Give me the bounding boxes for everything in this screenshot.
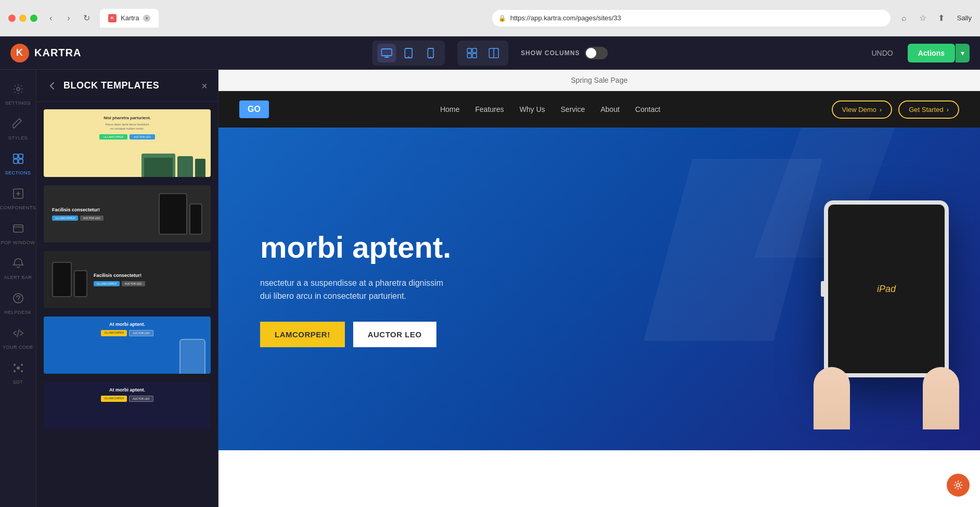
show-columns-toggle[interactable] — [585, 47, 608, 59]
sidebar-label-alert-bar: ALERT BAR — [4, 275, 32, 280]
page-nav-links: Home Features Why Us Service About Conta… — [290, 105, 811, 113]
svg-rect-13 — [14, 159, 18, 163]
svg-rect-8 — [472, 54, 476, 58]
sidebar-label-settings: SETTINGS — [5, 100, 31, 106]
template-2-text: Facilisis consectetur! ULLAMCORPER AUCTO… — [52, 207, 152, 221]
browser-share-button[interactable]: ⬆ — [934, 11, 949, 26]
svg-rect-14 — [19, 159, 23, 163]
get-started-button[interactable]: Get Started › — [898, 100, 959, 119]
mobile-view-button[interactable] — [421, 44, 440, 62]
tablet-view-button[interactable] — [399, 44, 418, 62]
svg-point-21 — [21, 364, 23, 366]
ipad-hands — [814, 367, 959, 429]
nav-link-why-us[interactable]: Why Us — [520, 105, 545, 113]
svg-rect-11 — [14, 154, 18, 158]
template-2-btn1: ULLAMCORPER — [52, 216, 78, 221]
panel-title-row: BLOCK TEMPLATES — [47, 80, 159, 91]
sidebar-item-sdt[interactable]: SDT — [0, 357, 36, 390]
icon-sidebar: SETTINGS STYLES SECTIONS COMPONENTS POP … — [0, 70, 36, 507]
template-card-2[interactable]: Facilisis consectetur! ULLAMCORPER AUCTO… — [43, 184, 212, 244]
template-4-btn1: ULLAMCORPER — [101, 330, 127, 336]
hero-btn-secondary[interactable]: AUCTOR LEO — [353, 322, 436, 347]
template-card-1[interactable]: Nisl pharetra parturient. Risus diam tac… — [43, 108, 212, 178]
template-4-buttons: ULLAMCORPER AUCTOR LEO — [52, 330, 202, 336]
svg-rect-16 — [14, 225, 23, 232]
template-1-buttons: ULLAMCORPER AUCTOR LEO — [52, 134, 202, 140]
panel-back-button[interactable] — [47, 81, 57, 91]
svg-point-22 — [14, 370, 16, 372]
sidebar-item-your-code[interactable]: YOUR CODE — [0, 322, 36, 355]
actions-button[interactable]: Actions — [908, 44, 955, 62]
sidebar-item-components[interactable]: COMPONENTS — [0, 183, 36, 216]
app-header: K KARTRA SHOW COLUMNS — [0, 36, 980, 70]
template-card-4[interactable]: At morbi aptent. ULLAMCORPER AUCTOR LEO — [43, 315, 212, 375]
sdt-icon — [12, 362, 24, 376]
nav-link-home[interactable]: Home — [440, 105, 459, 113]
browser-bookmark-button[interactable]: ☆ — [915, 11, 930, 26]
grid-view-button[interactable] — [462, 44, 481, 62]
sidebar-item-sections[interactable]: SECTIONS — [0, 148, 36, 181]
hero-content: morbi aptent. nsectetur a a suspendisse … — [260, 231, 572, 347]
template-2-buttons: ULLAMCORPER AUCTOR LEO — [52, 216, 152, 221]
ipad-side-btn — [821, 281, 824, 297]
browser-tab[interactable]: K Kartra × — [100, 9, 159, 28]
back-button[interactable]: ‹ — [44, 11, 58, 26]
floating-gear-button[interactable] — [947, 474, 970, 497]
sidebar-item-alert-bar[interactable]: ALERT BAR — [0, 252, 36, 285]
page-label: Spring Sale Page — [218, 70, 980, 91]
forward-button[interactable]: › — [61, 11, 76, 26]
svg-rect-7 — [467, 54, 471, 58]
template-1-btn2: AUCTOR LEO — [130, 134, 154, 140]
kartra-logo-icon: K — [10, 44, 29, 62]
maximize-traffic-light[interactable] — [30, 15, 37, 22]
sidebar-item-settings[interactable]: SETTINGS — [0, 78, 36, 111]
desktop-view-button[interactable] — [377, 44, 396, 62]
show-columns-label: SHOW COLUMNS — [521, 49, 579, 57]
template-1-devices — [141, 154, 205, 177]
columns-view-button[interactable] — [484, 44, 503, 62]
template-1-text: Risus diam taciti lacus tinciduntmi volu… — [52, 122, 202, 131]
sections-icon — [12, 153, 24, 167]
actions-dropdown-button[interactable]: ▾ — [956, 44, 970, 62]
template-3-btn2: AUCTOR LEO — [122, 281, 145, 286]
svg-point-23 — [21, 370, 23, 372]
alert-bar-icon — [12, 258, 24, 272]
undo-button[interactable]: UNDO — [863, 45, 901, 61]
browser-search-button[interactable]: ⌕ — [897, 11, 911, 26]
svg-rect-5 — [467, 48, 471, 53]
view-demo-button[interactable]: View Demo › — [832, 100, 893, 119]
view-toggle — [372, 41, 445, 66]
close-traffic-light[interactable] — [8, 15, 16, 22]
minimize-traffic-light[interactable] — [19, 15, 27, 22]
template-5-buttons: ULLAMCORPER AUCTOR LEO — [52, 396, 202, 402]
sidebar-item-helpdesk[interactable]: HELPDESK — [0, 287, 36, 320]
address-bar[interactable]: 🔒 https://app.kartra.com/pages/sites/33 — [492, 10, 891, 27]
svg-point-10 — [17, 87, 20, 91]
helpdesk-icon — [12, 293, 24, 307]
hero-device: iPad — [824, 200, 949, 377]
page-nav: GO Home Features Why Us Service About Co… — [218, 91, 980, 128]
refresh-button[interactable]: ↻ — [79, 11, 94, 26]
main-layout: SETTINGS STYLES SECTIONS COMPONENTS POP … — [0, 70, 980, 507]
svg-point-20 — [14, 364, 16, 366]
sidebar-item-pop-window[interactable]: POP WINDOW — [0, 218, 36, 250]
panel-close-button[interactable]: × — [201, 81, 208, 91]
nav-link-features[interactable]: Features — [475, 105, 504, 113]
template-card-3[interactable]: Facilisis consectetur! ULLAMCORPER AUCTO… — [43, 250, 212, 309]
sidebar-label-components: COMPONENTS — [0, 205, 36, 210]
template-2-title: Facilisis consectetur! — [52, 207, 152, 212]
template-3-devices — [52, 262, 87, 297]
tab-close-button[interactable]: × — [143, 15, 150, 22]
nav-link-about[interactable]: About — [600, 105, 620, 113]
nav-link-contact[interactable]: Contact — [635, 105, 660, 113]
hero-btn-primary[interactable]: LAMCORPER! — [260, 322, 345, 347]
traffic-lights — [8, 15, 37, 22]
nav-link-service[interactable]: Service — [561, 105, 585, 113]
sidebar-item-styles[interactable]: STYLES — [0, 113, 36, 146]
svg-rect-6 — [472, 48, 476, 53]
template-5-title: At morbi aptent. — [52, 387, 202, 392]
template-card-5[interactable]: At morbi aptent. ULLAMCORPER AUCTOR LEO — [43, 381, 212, 430]
template-4-device — [179, 339, 205, 374]
panel-title: BLOCK TEMPLATES — [63, 80, 159, 91]
url-text: https://app.kartra.com/pages/sites/33 — [510, 14, 621, 22]
